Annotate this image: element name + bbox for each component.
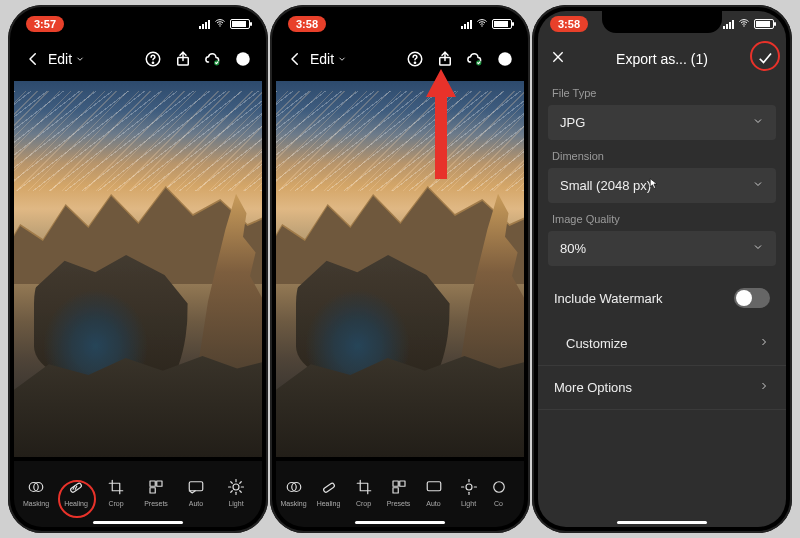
svg-point-0 (219, 25, 220, 26)
color-icon (486, 476, 511, 498)
wifi-icon (476, 17, 488, 31)
cloud-sync-icon[interactable] (204, 50, 222, 68)
tool-auto[interactable]: Auto (416, 476, 451, 507)
svg-rect-17 (150, 487, 155, 492)
battery-icon (230, 19, 250, 29)
status-icons (199, 17, 250, 31)
svg-line-14 (75, 486, 77, 489)
file-type-select[interactable]: JPG (548, 105, 776, 140)
svg-line-24 (231, 481, 233, 483)
chevron-down-icon (752, 241, 764, 256)
notch (602, 11, 722, 33)
svg-rect-16 (157, 481, 162, 486)
file-type-label: File Type (552, 87, 772, 99)
tool-masking[interactable]: Masking (16, 476, 56, 507)
light-icon (451, 476, 486, 498)
masking-icon (16, 476, 56, 498)
svg-point-50 (493, 481, 504, 492)
back-icon[interactable] (286, 50, 304, 68)
include-watermark-label: Include Watermark (554, 291, 663, 306)
svg-rect-18 (189, 481, 203, 490)
tool-auto[interactable]: Auto (176, 476, 216, 507)
chevron-down-icon (752, 178, 764, 193)
close-icon (550, 49, 566, 65)
export-screen: 3:58 Export as... (1) File Typ (538, 11, 786, 527)
photo-preview[interactable] (14, 81, 262, 457)
include-watermark-toggle[interactable] (734, 288, 770, 308)
healing-icon (311, 476, 346, 498)
healing-icon (56, 476, 96, 498)
svg-marker-51 (426, 69, 456, 179)
notch (78, 11, 198, 33)
share-icon[interactable] (436, 50, 454, 68)
home-indicator (93, 521, 183, 524)
tool-color[interactable]: Co (486, 476, 511, 507)
signal-icon (723, 20, 734, 29)
notch (340, 11, 460, 33)
svg-rect-44 (427, 481, 441, 490)
tool-light[interactable]: Light (216, 476, 256, 507)
clock-pill: 3:57 (26, 16, 64, 32)
export-header: Export as... (1) (538, 41, 786, 77)
battery-icon (492, 19, 512, 29)
battery-icon (754, 19, 774, 29)
svg-rect-43 (393, 487, 398, 492)
status-icons (723, 17, 774, 31)
tool-presets[interactable]: Presets (136, 476, 176, 507)
svg-rect-41 (393, 481, 398, 486)
tool-light[interactable]: Light (451, 476, 486, 507)
wifi-icon (738, 17, 750, 31)
svg-line-25 (240, 490, 242, 492)
tool-healing[interactable]: Healing (311, 476, 346, 507)
more-icon[interactable] (234, 50, 252, 68)
share-icon[interactable] (174, 50, 192, 68)
svg-point-45 (466, 484, 472, 490)
image-quality-label: Image Quality (552, 213, 772, 225)
crop-icon (96, 476, 136, 498)
edit-dropdown[interactable]: Edit (310, 51, 347, 67)
home-indicator (617, 521, 707, 524)
chevron-down-icon (752, 115, 764, 130)
image-quality-select[interactable]: 80% (548, 231, 776, 266)
dimension-select[interactable]: Small (2048 px) (548, 168, 776, 203)
photo-preview[interactable] (276, 81, 524, 457)
include-watermark-row: Include Watermark (538, 274, 786, 322)
svg-point-28 (481, 25, 482, 26)
help-icon[interactable] (144, 50, 162, 68)
svg-point-9 (245, 58, 247, 60)
back-icon[interactable] (24, 50, 42, 68)
svg-line-26 (231, 490, 233, 492)
clock-pill: 3:58 (288, 16, 326, 32)
more-options-row[interactable]: More Options (538, 366, 786, 409)
edit-dropdown[interactable]: Edit (48, 51, 85, 67)
svg-point-30 (414, 62, 415, 63)
svg-point-35 (501, 58, 503, 60)
tool-crop[interactable]: Crop (96, 476, 136, 507)
tool-crop[interactable]: Crop (346, 476, 381, 507)
svg-rect-15 (150, 481, 155, 486)
tool-healing[interactable]: Healing (56, 476, 96, 507)
screen: 3:58 Edit (276, 11, 524, 527)
image-quality-value: 80% (560, 241, 586, 256)
edit-header: Edit (14, 41, 262, 77)
masking-icon (276, 476, 311, 498)
signal-icon (461, 20, 472, 29)
presets-icon (136, 476, 176, 498)
svg-point-7 (239, 58, 241, 60)
cloud-sync-icon[interactable] (466, 50, 484, 68)
svg-rect-40 (322, 482, 334, 493)
more-icon[interactable] (496, 50, 514, 68)
more-options-label: More Options (554, 380, 632, 395)
tool-masking[interactable]: Masking (276, 476, 311, 507)
svg-point-36 (504, 58, 506, 60)
tool-presets[interactable]: Presets (381, 476, 416, 507)
phone-3: 3:58 Export as... (1) File Typ (532, 5, 792, 533)
close-button[interactable] (550, 49, 566, 68)
customize-row[interactable]: Customize (538, 322, 786, 365)
file-type-value: JPG (560, 115, 585, 130)
confirm-button[interactable] (756, 49, 774, 70)
signal-icon (199, 20, 210, 29)
help-icon[interactable] (406, 50, 424, 68)
phone-2: 3:58 Edit (270, 5, 530, 533)
dimension-value: Small (2048 px) (560, 178, 659, 193)
